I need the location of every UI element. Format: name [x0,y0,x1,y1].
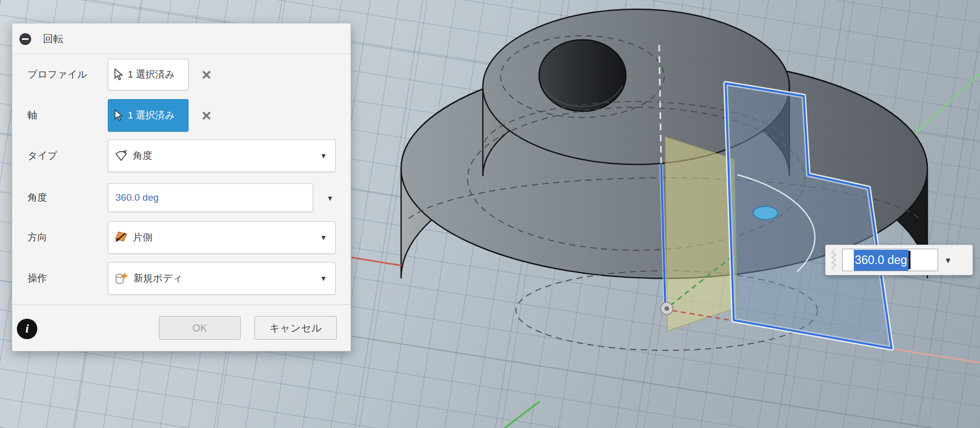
type-value: 角度 [133,149,152,162]
selected-angle-text: 360.0 deg [854,250,908,271]
one-side-icon [114,231,128,244]
chevron-down-icon: ▼ [320,274,327,282]
operation-value: 新規ボディ [133,272,182,285]
info-icon[interactable]: i [17,319,37,339]
floating-dropdown-arrow-icon[interactable]: ▼ [944,256,952,265]
revolve-dialog: 回転 プロファイル 1 選択済み × 軸 1 選択済み × タイプ 角度 ▼ 角… [12,23,351,351]
profile-clear-x-icon[interactable]: × [198,66,215,83]
ok-button[interactable]: OK [159,316,241,340]
cancel-button[interactable]: キャンセル [254,316,337,340]
profile-selection-button[interactable]: 1 選択済み [108,59,189,90]
dialog-titlebar: 回転 [12,23,351,54]
drag-handle-icon[interactable] [831,249,837,271]
axis-clear-x-icon[interactable]: × [198,107,215,124]
direction-dropdown[interactable]: 片側 ▼ [108,221,336,254]
origin-marker[interactable] [661,302,673,315]
floating-angle-field[interactable]: 360.0 deg [842,249,938,271]
new-body-icon [114,272,128,286]
chevron-down-icon: ▼ [320,152,327,160]
axis-x-red-right[interactable] [895,349,980,363]
profile-label: プロファイル [28,59,87,90]
chevron-down-icon: ▼ [320,233,327,242]
field-left-pad [843,249,854,271]
angle-value: 360.0 deg [115,192,159,203]
profile-selection-value: 1 選択済み [128,68,175,81]
center-hole [539,40,626,111]
floating-angle-input-box: 360.0 deg ▼ [825,245,973,275]
angle-input[interactable]: 360.0 deg [108,183,313,212]
cursor-icon [113,109,124,122]
operation-label: 操作 [28,262,47,295]
angle-manipulator[interactable] [753,206,778,220]
text-caret [908,251,911,269]
direction-value: 片側 [133,231,152,244]
operation-dropdown[interactable]: 新規ボディ ▼ [108,262,336,295]
axis-y-green-bottom[interactable] [505,401,540,428]
axis-y-green-top[interactable] [915,74,980,134]
angle-dropdown-arrow-icon[interactable]: ▼ [326,194,334,202]
axis-x-red-left[interactable] [352,257,402,266]
collapse-minus-icon[interactable] [19,33,31,45]
axis-selection-button[interactable]: 1 選択済み [108,99,189,132]
type-label: タイプ [28,139,57,172]
axis-label: 軸 [28,99,37,132]
direction-label: 方向 [28,221,47,254]
footer-separator [12,304,351,305]
cursor-icon [113,68,124,81]
angle-type-icon [114,150,128,162]
type-dropdown[interactable]: 角度 ▼ [108,139,336,172]
axis-selection-value: 1 選択済み [128,109,175,122]
angle-label: 角度 [28,183,47,212]
dialog-title: 回転 [43,23,63,54]
